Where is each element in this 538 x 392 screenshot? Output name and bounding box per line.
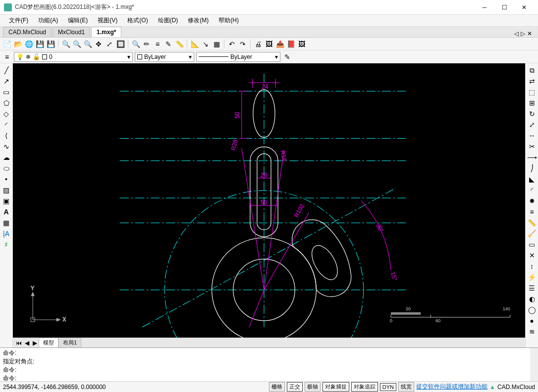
draworder-icon[interactable]: ↕ <box>527 261 537 271</box>
matchprops-icon[interactable]: ✎ <box>282 52 292 62</box>
table-icon[interactable]: ▦ <box>1 218 11 228</box>
text-icon[interactable]: A <box>1 207 11 217</box>
layermanager-icon[interactable]: ≡ <box>2 52 12 62</box>
zoomout-icon[interactable]: 🔍 <box>83 39 93 49</box>
save-icon[interactable]: 💾 <box>35 39 45 49</box>
layertool-icon[interactable]: ☰ <box>527 283 537 293</box>
status-polar[interactable]: 极轴 <box>305 382 321 392</box>
rectangle-icon[interactable]: ▭ <box>1 87 11 97</box>
line-icon[interactable]: ╱ <box>1 65 11 75</box>
delete-icon[interactable]: ✕ <box>527 250 537 260</box>
break-icon[interactable]: ⎠ <box>527 163 537 173</box>
undo-icon[interactable]: ↶ <box>227 39 237 49</box>
menu-edit[interactable]: 编辑(E) <box>63 15 93 26</box>
offset-icon[interactable]: ⬚ <box>527 87 537 97</box>
close-button[interactable]: ✕ <box>514 0 534 15</box>
layeroff-icon[interactable]: ◯ <box>527 305 537 315</box>
zoomext-icon[interactable]: ⤢ <box>105 39 114 49</box>
status-lwt[interactable]: 线宽 <box>398 382 414 392</box>
doctab-mxcloud1[interactable]: MxCloud1 <box>53 27 90 37</box>
spline-icon[interactable]: ∿ <box>1 142 11 151</box>
tab-prev-icon[interactable]: ◁ <box>514 30 519 37</box>
status-ortho[interactable]: 正交 <box>287 382 303 392</box>
rotate-icon[interactable]: ↻ <box>527 109 537 119</box>
props-icon[interactable]: ≡ <box>153 39 162 49</box>
revcloud-icon[interactable]: ☁ <box>1 152 11 162</box>
layout1-tab[interactable]: 布局1 <box>58 338 81 348</box>
region-icon[interactable]: ▣ <box>1 196 11 206</box>
chamfer-icon[interactable]: ◣ <box>527 174 537 184</box>
align-icon[interactable]: ≡ <box>527 207 537 217</box>
quick-icon[interactable]: ⚡ <box>527 272 537 282</box>
feedback-link[interactable]: 提交软件问题或增加新功能 <box>416 383 487 391</box>
pdf-icon[interactable]: 📕 <box>286 39 296 49</box>
menu-function[interactable]: 功能(A) <box>33 15 63 26</box>
plot-icon[interactable]: 🖼 <box>264 39 274 49</box>
array-icon[interactable]: ⊞ <box>527 98 537 108</box>
model-tab[interactable]: 模型 <box>39 338 58 348</box>
fillet-icon[interactable]: ◜ <box>527 185 537 195</box>
linetype-combo[interactable]: ByLayer ▾ <box>196 52 280 62</box>
maximize-button[interactable]: ☐ <box>494 0 514 15</box>
command-window[interactable]: 命令: 指定对角点: 命令: 命令: 命令: <box>0 347 538 381</box>
menu-modify[interactable]: 修改(M) <box>183 15 214 26</box>
image-icon[interactable]: 🖼 <box>297 39 307 49</box>
drawing-canvas[interactable]: 24 50 28 56 R28 R14 R102 30° 15° X Y <box>13 63 525 338</box>
menu-draw[interactable]: 绘图(D) <box>153 15 183 26</box>
zoom-icon[interactable]: 🔍 <box>61 39 71 49</box>
match-icon[interactable]: ✎ <box>163 39 173 49</box>
zoomin-icon[interactable]: 🔍 <box>72 39 82 49</box>
minimize-button[interactable]: ─ <box>475 0 494 15</box>
hatch-icon[interactable]: ▨ <box>1 185 11 195</box>
arc2-icon[interactable]: ⟨ <box>1 131 11 141</box>
polygon-icon[interactable]: ⬠ <box>1 98 11 108</box>
tab-next-icon[interactable]: ▷ <box>521 30 525 37</box>
doctab-1mxg[interactable]: 1.mxg* <box>91 27 121 37</box>
tab-close-icon[interactable]: ✕ <box>527 30 532 37</box>
point-icon[interactable]: • <box>1 174 11 184</box>
dim-icon[interactable]: 📐 <box>190 39 200 49</box>
print-icon[interactable]: 🖨 <box>253 39 263 49</box>
ellipse-icon[interactable]: ⬭ <box>1 163 11 173</box>
scale-icon[interactable]: ⤢ <box>527 120 537 130</box>
mirror-icon[interactable]: ⇄ <box>527 76 537 86</box>
color-combo[interactable]: ByLayer ▾ <box>135 52 194 62</box>
menu-format[interactable]: 格式(O) <box>122 15 153 26</box>
menu-help[interactable]: 帮助(H) <box>214 15 244 26</box>
explode-icon[interactable]: ✸ <box>527 196 537 206</box>
boundary-icon[interactable]: ◇ <box>1 109 11 119</box>
status-grid[interactable]: 栅格 <box>269 382 285 392</box>
copy-icon[interactable]: ⧉ <box>527 65 537 75</box>
measure-icon[interactable]: 📏 <box>174 39 184 49</box>
pan-icon[interactable]: ✥ <box>94 39 104 49</box>
purge-icon[interactable]: 🧹 <box>527 229 537 239</box>
export-icon[interactable]: 📤 <box>275 39 285 49</box>
doctab-cadmxcloud[interactable]: CAD.MxCloud <box>3 27 52 37</box>
extend-icon[interactable]: ⟶ <box>527 152 537 162</box>
status-otrack[interactable]: 对象追踪 <box>351 382 378 392</box>
table-icon[interactable]: ▦ <box>212 39 221 49</box>
trim-icon[interactable]: ✂ <box>527 142 537 151</box>
layer-combo[interactable]: 💡 ❄ 🔓 0 ▾ <box>14 52 133 62</box>
layeriso-icon[interactable]: ◐ <box>527 294 537 304</box>
openweb-icon[interactable]: 🌐 <box>24 39 34 49</box>
mtab-prev-icon[interactable]: ◀ <box>23 340 31 346</box>
cmd-scrollbar[interactable] <box>530 348 538 381</box>
arc-icon[interactable]: ◜ <box>1 120 11 130</box>
measure-icon[interactable]: 📏 <box>527 218 537 228</box>
new-icon[interactable]: 📄 <box>2 39 12 49</box>
layeron-icon[interactable]: ● <box>527 316 537 326</box>
menu-view[interactable]: 视图(V) <box>93 15 122 26</box>
zoomwin-icon[interactable]: 🔲 <box>115 39 125 49</box>
status-dyn[interactable]: DYN <box>380 383 396 391</box>
status-osnap[interactable]: 对象捕捉 <box>323 382 349 392</box>
leader-icon[interactable]: ↘ <box>201 39 211 49</box>
matchlayer-icon[interactable]: ≋ <box>527 327 537 337</box>
mtab-first-icon[interactable]: ⏮ <box>15 340 23 346</box>
open-icon[interactable]: 📂 <box>13 39 23 49</box>
menu-file[interactable]: 文件(F) <box>4 15 33 26</box>
block-icon[interactable]: ♯ <box>1 240 11 249</box>
redo-icon[interactable]: ↷ <box>238 39 248 49</box>
find-icon[interactable]: 🔍 <box>131 39 141 49</box>
mtext-icon[interactable]: |A <box>1 229 11 239</box>
